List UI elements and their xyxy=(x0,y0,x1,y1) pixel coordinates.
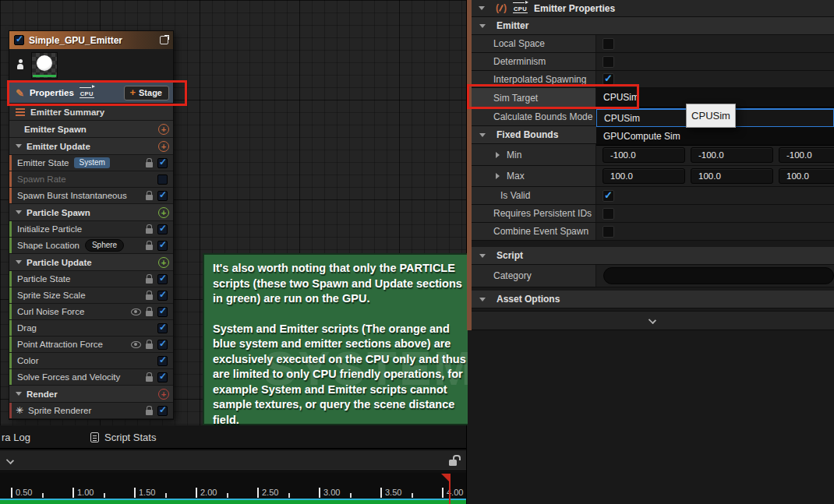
module-row-color[interactable]: Color xyxy=(9,353,173,369)
eye-icon[interactable] xyxy=(131,341,141,348)
is-valid-checkbox[interactable] xyxy=(603,190,614,202)
lock-icon[interactable] xyxy=(146,245,153,250)
min-x-field[interactable]: -100.0 xyxy=(603,147,685,163)
timeline-range-bar[interactable] xyxy=(0,500,466,504)
lock-icon[interactable] xyxy=(146,195,153,200)
module-enabled-checkbox[interactable] xyxy=(157,356,168,366)
open-emitter-icon[interactable] xyxy=(160,36,168,44)
lock-icon[interactable] xyxy=(146,294,153,300)
group-emitter-spawn[interactable]: Emitter Spawn xyxy=(9,121,173,138)
ruler-label: 1.00 xyxy=(77,488,94,497)
tab-script-stats[interactable]: Script Stats xyxy=(90,425,156,449)
module-row-particle-state[interactable]: Particle State xyxy=(9,271,173,287)
module-row-point-attraction-force[interactable]: Point Attraction Force xyxy=(9,337,173,353)
local-space-checkbox[interactable] xyxy=(603,38,614,50)
module-row-drag[interactable]: Drag xyxy=(9,320,173,337)
module-enabled-checkbox[interactable] xyxy=(157,323,168,333)
chevron-down-icon[interactable] xyxy=(6,456,14,464)
lock-icon[interactable] xyxy=(146,376,153,382)
section-script[interactable]: Script xyxy=(472,247,834,265)
module-row-curl-noise-force[interactable]: Curl Noise Force xyxy=(9,304,173,320)
module-enabled-checkbox[interactable] xyxy=(157,158,168,168)
group-render[interactable]: Render xyxy=(9,386,173,403)
lock-icon[interactable] xyxy=(146,228,153,234)
module-row-spawn-burst[interactable]: Spawn Burst Instantaneous xyxy=(9,188,173,204)
timeline-ruler[interactable]: 0.50 1.00 1.50 2.00 2.50 3.00 3.50 4.00 xyxy=(0,472,466,499)
emitter-node-header[interactable]: Simple_GPU_Emitter xyxy=(9,31,173,49)
playhead-flag[interactable] xyxy=(441,474,449,481)
requires-persistent-ids-checkbox[interactable] xyxy=(603,208,614,220)
collapse-arrow-icon[interactable] xyxy=(16,210,22,214)
collapse-arrow-icon[interactable] xyxy=(16,144,22,148)
max-x-field[interactable]: 100.0 xyxy=(603,168,685,184)
collapse-arrow-icon[interactable] xyxy=(16,260,22,264)
lock-icon[interactable] xyxy=(146,278,153,284)
eye-icon[interactable] xyxy=(131,308,141,315)
interpolated-spawning-checkbox[interactable] xyxy=(603,73,614,85)
max-y-field[interactable]: 100.0 xyxy=(691,168,773,184)
module-row-sprite-size-scale[interactable]: Sprite Size Scale xyxy=(9,287,173,304)
collapse-arrow-icon[interactable] xyxy=(479,6,485,10)
section-emitter[interactable]: Emitter xyxy=(472,17,834,35)
module-enabled-checkbox[interactable] xyxy=(157,224,168,234)
determinism-checkbox[interactable] xyxy=(603,56,614,68)
module-enabled-checkbox[interactable] xyxy=(157,241,168,251)
group-emitter-update[interactable]: Emitter Update xyxy=(9,138,173,155)
add-renderer-icon[interactable] xyxy=(158,389,169,400)
emitter-properties-header[interactable]: CPU Emitter Properties xyxy=(472,0,834,17)
playhead-line[interactable] xyxy=(449,474,451,504)
collapse-arrow-icon[interactable] xyxy=(16,392,22,396)
add-stage-button[interactable]: Stage xyxy=(124,86,169,100)
add-module-icon[interactable] xyxy=(158,257,169,268)
lock-icon[interactable] xyxy=(146,311,153,316)
group-particle-update[interactable]: Particle Update xyxy=(9,254,173,271)
ruler-label: 3.00 xyxy=(323,488,340,497)
panel-expander-row[interactable] xyxy=(472,311,834,330)
emitter-enabled-checkbox[interactable] xyxy=(14,35,24,45)
section-asset-options[interactable]: Asset Options xyxy=(472,291,834,308)
add-module-icon[interactable] xyxy=(158,141,169,152)
dropdown-option-gpucompute[interactable]: GPUCompute Sim xyxy=(596,127,834,145)
collapse-arrow-icon[interactable] xyxy=(479,298,486,301)
module-row-initialize-particle[interactable]: Initialize Particle xyxy=(9,221,173,238)
module-row-sprite-renderer[interactable]: Sprite Renderer xyxy=(9,403,173,419)
tab-niagara-log[interactable]: ra Log xyxy=(2,425,30,449)
unlock-icon[interactable] xyxy=(449,460,457,466)
group-particle-spawn[interactable]: Particle Spawn xyxy=(9,204,173,221)
combine-event-spawn-checkbox[interactable] xyxy=(603,226,614,238)
ruler-tick xyxy=(319,488,320,498)
chevron-down-icon[interactable] xyxy=(648,316,656,324)
min-z-field[interactable]: -100.0 xyxy=(779,147,834,163)
add-module-icon[interactable] xyxy=(158,124,169,135)
emitter-node[interactable]: Simple_GPU_Emitter Properties CPU Stage … xyxy=(9,31,173,419)
lock-icon[interactable] xyxy=(146,410,153,415)
ruler-minor-tick xyxy=(350,493,352,498)
module-enabled-checkbox[interactable] xyxy=(157,340,168,350)
ruler-minor-tick xyxy=(288,493,290,498)
collapse-arrow-icon[interactable] xyxy=(479,254,486,258)
category-field[interactable] xyxy=(603,267,834,284)
stack-row-emitter-summary[interactable]: Emitter Summary xyxy=(9,104,173,121)
module-row-solve-forces[interactable]: Solve Forces and Velocity xyxy=(9,369,173,386)
lock-icon[interactable] xyxy=(146,162,153,167)
max-z-field[interactable]: 100.0 xyxy=(779,168,834,184)
module-enabled-checkbox[interactable] xyxy=(157,372,168,382)
lock-icon[interactable] xyxy=(146,344,153,349)
expander-arrow-icon[interactable] xyxy=(496,152,500,158)
module-enabled-checkbox[interactable] xyxy=(157,174,168,185)
collapse-arrow-icon[interactable] xyxy=(479,133,486,137)
collapse-arrow-icon[interactable] xyxy=(479,24,486,28)
min-y-field[interactable]: -100.0 xyxy=(691,147,773,163)
expander-arrow-icon[interactable] xyxy=(496,173,500,179)
add-module-icon[interactable] xyxy=(158,207,169,218)
module-enabled-checkbox[interactable] xyxy=(157,307,168,317)
module-enabled-checkbox[interactable] xyxy=(157,406,168,416)
module-row-shape-location[interactable]: Shape Location Sphere xyxy=(9,238,173,254)
module-row-spawn-rate[interactable]: Spawn Rate xyxy=(9,171,173,188)
module-enabled-checkbox[interactable] xyxy=(157,191,168,201)
module-row-emitter-state[interactable]: Emitter State System xyxy=(9,155,173,171)
module-enabled-checkbox[interactable] xyxy=(157,291,168,301)
stack-row-properties[interactable]: Properties CPU Stage xyxy=(9,83,173,104)
graph-panel[interactable]: Simple_GPU_Emitter Properties CPU Stage … xyxy=(0,0,468,425)
module-enabled-checkbox[interactable] xyxy=(157,274,168,284)
